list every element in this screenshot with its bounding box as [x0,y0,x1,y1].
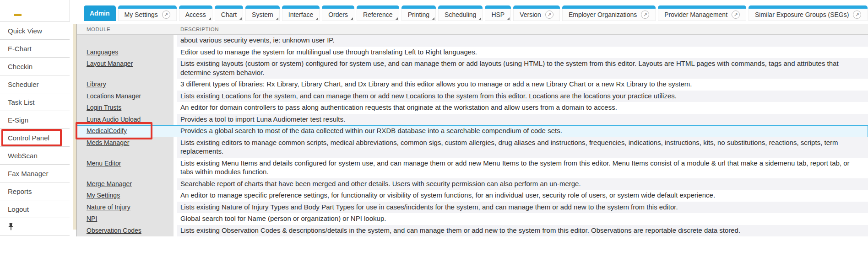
table-row-locations-manager: Locations Manager Lists existing Locatio… [77,91,868,102]
tab-my-settings[interactable]: My Settings↗ [118,5,177,21]
column-header-description[interactable]: DESCRIPTION [177,27,868,32]
module-link-layout-manager[interactable]: Layout Manager [87,60,133,67]
module-link-library[interactable]: Library [87,80,106,88]
tab-chart[interactable]: Chart [215,5,243,21]
tab-printing[interactable]: Printing [401,5,436,21]
tab-label: Version [520,11,541,18]
dropdown-corner-icon [507,17,510,20]
tab-reference[interactable]: Reference [357,5,399,21]
sidebar-item-scheduler[interactable]: Scheduler [0,75,70,93]
module-cell: Login Trusts [77,102,177,114]
sidebar-item-label: Checkin [8,63,33,70]
module-link-languages[interactable]: Languages [87,48,118,56]
popout-icon[interactable]: ↗ [162,11,170,19]
module-cell: Merge Manager [77,178,177,190]
module-cell: Locations Manager [77,91,177,102]
sidebar-item-reports[interactable]: Reports [0,182,70,200]
tab-label: My Settings [125,11,158,18]
sidebar-item-task-list[interactable]: Task List [0,93,70,111]
sidebar-item-logout[interactable]: Logout [0,200,70,218]
sidebar-item-label: Quick View [8,27,42,35]
module-link-npi[interactable]: NPI [87,215,97,222]
tab-label: Admin [90,10,110,17]
sidebar: Quick View E-Chart Checkin Scheduler Tas… [0,0,70,273]
tab-system[interactable]: System [245,5,280,21]
table-row-merge-manager: Merge Manager Searchable report of chart… [77,178,868,190]
module-cell: Meds Manager [77,137,177,158]
column-header-module[interactable]: MODULE [77,27,177,32]
sidebar-item-checkin[interactable]: Checkin [0,57,70,75]
module-link-menu-editor[interactable]: Menu Editor [87,160,121,167]
sidebar-item-quick-view[interactable]: Quick View [0,21,70,39]
tab-label: HSP [491,11,505,18]
tab-accent-cap [438,5,483,9]
sidebar-item-e-sign[interactable]: E-Sign [0,111,70,128]
module-link-login-trusts[interactable]: Login Trusts [87,104,121,111]
module-link-medicalcodify[interactable]: MedicalCodify [87,127,127,134]
sidebar-item-label: Control Panel [8,134,49,142]
tab-label: Interface [288,11,313,18]
table-row-observation-codes: Observation Codes Lists existing Observa… [77,225,868,237]
tab-label: Scheduling [445,11,476,18]
tab-similar-exposure-groups[interactable]: Similar Exposure Groups (SEGs)↗ [749,5,868,21]
tab-employer-organizations[interactable]: Employer Organizations↗ [562,5,656,21]
popout-icon[interactable]: ↗ [641,11,649,19]
sidebar-item-e-chart[interactable]: E-Chart [0,39,70,57]
tab-label: Access [185,11,206,18]
module-cell: My Settings [77,190,177,202]
sidebar-item-label: E-Chart [8,45,32,53]
module-cell: Languages [77,47,177,59]
popout-icon[interactable]: ↗ [853,11,861,19]
tab-interface[interactable]: Interface [282,5,320,21]
tab-accent-cap [245,5,280,9]
sidebar-item-webscan[interactable]: WebScan [0,146,70,164]
sidebar-menu: Quick View E-Chart Checkin Scheduler Tas… [0,21,70,236]
table-row-meds-manager: Meds Manager Lists existing editors to m… [77,137,868,158]
sidebar-item-label: Logout [8,205,29,213]
dropdown-corner-icon [209,17,211,20]
dropdown-corner-icon [396,17,398,20]
sidebar-item-pin[interactable] [0,218,70,236]
tab-scheduling[interactable]: Scheduling [438,5,483,21]
module-cell: Layout Manager [77,58,177,79]
tab-access[interactable]: Access [179,5,212,21]
tab-provider-management[interactable]: Provider Management↗ [658,5,746,21]
table-row-my-settings: My Settings An editor to manage specific… [77,190,868,202]
dropdown-corner-icon [239,17,242,20]
tab-accent-cap [749,5,868,9]
module-cell: Luna Audio Upload [77,114,177,126]
module-link-my-settings[interactable]: My Settings [87,192,120,199]
tab-accent-cap [118,5,177,9]
popout-icon[interactable]: ↗ [732,11,740,19]
sidebar-item-label: Task List [8,98,34,106]
module-link-observation-codes[interactable]: Observation Codes [87,227,141,234]
module-link-merge-manager[interactable]: Merge Manager [87,180,132,187]
module-link-luna-audio-upload[interactable]: Luna Audio Upload [87,116,141,123]
tab-admin[interactable]: Admin [84,5,116,21]
module-description: An editor to manage specific preference … [177,190,868,202]
module-description: Global search tool for Name (person or o… [177,213,868,225]
tab-accent-cap [658,5,746,9]
table-row-menu-editor: Menu Editor Lists existing Menu Items an… [77,158,868,178]
sidebar-item-label: Fax Manager [8,170,48,177]
tab-label: Similar Exposure Groups (SEGs) [755,11,849,18]
module-description: about various security events, ie: unkno… [177,35,868,47]
popout-icon[interactable]: ↗ [545,11,553,19]
sidebar-item-label: Reports [8,187,32,195]
module-link-nature-of-injury[interactable]: Nature of Injury [87,203,130,211]
sidebar-item-control-panel[interactable]: Control Panel [0,128,70,146]
sidebar-item-fax-manager[interactable]: Fax Manager [0,164,70,182]
tab-label: System [252,11,273,18]
module-description: Lists existing layouts (custom or system… [177,58,868,79]
table-header: MODULE DESCRIPTION [77,24,868,35]
module-cell: Observation Codes [77,225,177,237]
left-edge-strip [73,24,76,230]
tab-orders[interactable]: Orders [322,5,354,21]
sidebar-item-label: E-Sign [8,116,28,124]
tab-hsp[interactable]: HSP [485,5,511,21]
module-link-locations-manager[interactable]: Locations Manager [87,92,141,100]
sidebar-divider [70,0,70,21]
tab-version[interactable]: Version↗ [513,5,560,21]
tab-label: Employer Organizations [569,11,637,18]
module-link-meds-manager[interactable]: Meds Manager [87,139,129,146]
